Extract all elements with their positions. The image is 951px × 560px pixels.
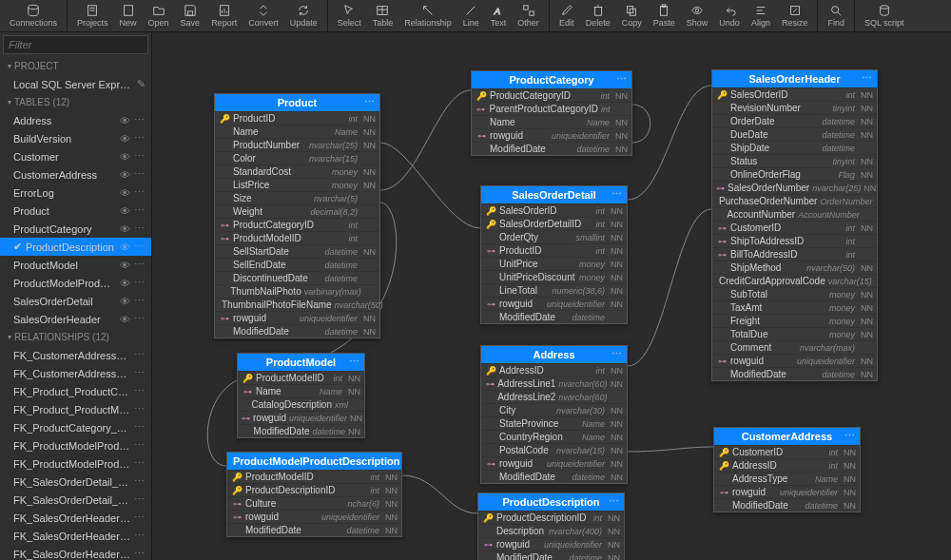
entity-column[interactable]: ⊶Culturenchar(6)NN	[227, 496, 401, 510]
entity-column[interactable]: Commentnvarchar(max)	[712, 340, 877, 354]
entity-column[interactable]: 🔑SalesOrderIDintNN	[481, 203, 627, 217]
entity-column[interactable]: ModifiedDatedatetimeNN	[472, 142, 631, 155]
entity-column[interactable]: CatalogDescriptionxml	[238, 397, 364, 411]
entity-header[interactable]: SalesOrderDetail⋯	[481, 186, 627, 203]
entity-column[interactable]: ModifiedDatedatetimeNN	[227, 523, 401, 536]
projects-button[interactable]: Projects	[71, 0, 114, 31]
relationship-button[interactable]: Relationship	[398, 0, 457, 31]
visibility-icon[interactable]: 👁	[120, 169, 130, 181]
more-icon[interactable]: ⋯	[134, 493, 146, 506]
entity-salesorderdetail[interactable]: SalesOrderDetail⋯🔑SalesOrderIDintNN🔑Sale…	[480, 185, 628, 324]
new-button[interactable]: New	[114, 0, 143, 31]
report-button[interactable]: Report	[205, 0, 243, 31]
entity-column[interactable]: 🔑SalesOrderIDintNN	[712, 87, 877, 101]
entity-pmpd[interactable]: ProductModelProductDescription⋯🔑ProductM…	[226, 452, 402, 537]
line-button[interactable]: Line	[457, 0, 485, 31]
entity-column[interactable]: RevisionNumbertinyintNN	[712, 101, 877, 114]
tree-table-item[interactable]: SalesOrderHeader👁⋯	[0, 310, 151, 328]
delete-button[interactable]: Delete	[580, 0, 616, 31]
tree-relationship-item[interactable]: FK_SalesOrderDetail_Prod⋯	[0, 473, 151, 491]
entity-column[interactable]: ListPricemoneyNN	[215, 178, 379, 191]
entity-column[interactable]: ThumbnailPhotoFileNamenvarchar(50)	[215, 298, 379, 311]
visibility-icon[interactable]: 👁	[120, 151, 130, 163]
entity-column[interactable]: PurchaseOrderNumberOrderNumber	[712, 194, 877, 207]
entity-options-icon[interactable]: ⋯	[616, 73, 628, 86]
connections-button[interactable]: Connections	[4, 0, 63, 31]
entity-column[interactable]: ModifiedDatedatetimeNN	[481, 470, 627, 483]
visibility-icon[interactable]: 👁	[120, 133, 130, 145]
entity-header[interactable]: ProductDescription⋯	[478, 493, 624, 511]
entity-column[interactable]: Descriptionnvarchar(400)NN	[478, 524, 624, 537]
tree-relationship-item[interactable]: FK_SalesOrderDetail_Sales⋯	[0, 491, 151, 509]
visibility-icon[interactable]: 👁	[120, 296, 130, 307]
tree-section-tables[interactable]: TABLES (12)	[0, 93, 151, 111]
entity-column[interactable]: ModifiedDatedatetimeNN	[714, 498, 860, 512]
more-icon[interactable]: ⋯	[134, 168, 146, 181]
find-button[interactable]: Find	[822, 0, 850, 31]
more-icon[interactable]: ⋯	[134, 114, 146, 126]
entity-column[interactable]: ⊶SalesOrderNumbernvarchar(25)NN	[712, 181, 877, 194]
resize-button[interactable]: Resize	[776, 0, 814, 31]
copy-button[interactable]: Copy	[616, 0, 648, 31]
entity-column[interactable]: ⊶rowguiduniqueidentifierNN	[215, 311, 379, 324]
edit-icon[interactable]: ✎	[137, 78, 146, 90]
entity-header[interactable]: ProductModelProductDescription⋯	[227, 453, 401, 470]
entity-column[interactable]: StatustinyintNN	[712, 154, 877, 167]
entity-options-icon[interactable]: ⋯	[862, 72, 873, 85]
entity-column[interactable]: ⊶rowguiduniqueidentifierNN	[227, 510, 401, 523]
entity-column[interactable]: ⊶rowguiduniqueidentifierNN	[478, 537, 624, 550]
entity-column[interactable]: 🔑ProductModelIDintNN	[238, 371, 364, 384]
entity-header[interactable]: CustomerAddress⋯	[714, 428, 860, 445]
tree-table-item[interactable]: ✔ProductDescription👁⋯	[0, 238, 151, 256]
tree-relationship-item[interactable]: FK_Product_ProductCateg⋯	[0, 382, 151, 400]
entity-column[interactable]: ⊶BillToAddressIDint	[712, 247, 877, 261]
tree-table-item[interactable]: BuildVersion👁⋯	[0, 129, 151, 147]
entity-column[interactable]: ModifiedDatedatetimeNN	[478, 550, 624, 560]
entity-column[interactable]: AccountNumberAccountNumber	[712, 207, 877, 221]
tree-relationship-item[interactable]: FK_Product_ProductModel⋯	[0, 400, 151, 418]
open-button[interactable]: Open	[143, 0, 175, 31]
more-icon[interactable]: ⋯	[134, 132, 146, 145]
entity-column[interactable]: ⊶CustomerIDintNN	[712, 221, 877, 234]
entity-column[interactable]: StateProvinceNameNN	[481, 416, 627, 430]
entity-column[interactable]: Citynvarchar(30)NN	[481, 403, 627, 416]
entity-column[interactable]: Sizenvarchar(5)	[215, 191, 379, 204]
tree-section-project[interactable]: PROJECT	[0, 57, 151, 75]
entity-column[interactable]: 🔑ProductCategoryIDintNN	[472, 88, 631, 102]
diagram-canvas[interactable]: Product⋯🔑ProductIDintNNNameNameNNProduct…	[152, 32, 951, 560]
relationship-line[interactable]	[628, 209, 711, 366]
entity-column[interactable]: Colornvarchar(15)	[215, 151, 379, 164]
visibility-icon[interactable]: 👁	[120, 278, 130, 289]
entity-column[interactable]: StandardCostmoneyNN	[215, 164, 379, 178]
entity-options-icon[interactable]: ⋯	[609, 495, 620, 508]
entity-column[interactable]: ModifiedDatedatetimeNN	[712, 367, 877, 380]
entity-column[interactable]: CountryRegionNameNN	[481, 430, 627, 443]
visibility-icon[interactable]: 👁	[120, 260, 130, 271]
tree-section-relationships[interactable]: RELATIONSHIPS (12)	[0, 328, 151, 346]
entity-column[interactable]: TotalDuemoneyNN	[712, 327, 877, 340]
tree-table-item[interactable]: Product👁⋯	[0, 202, 151, 220]
entity-column[interactable]: OrderDatedatetimeNN	[712, 114, 877, 127]
entity-column[interactable]: ⊶rowguiduniqueidentifierNN	[712, 354, 877, 367]
entity-column[interactable]: ⊶ProductIDintNN	[481, 243, 627, 257]
entity-column[interactable]: DiscontinuedDatedatetime	[215, 271, 379, 284]
entity-address[interactable]: Address⋯🔑AddressIDintNN⊶AddressLine1nvar…	[480, 345, 628, 484]
entity-column[interactable]: ThumbNailPhotovarbinary(max)	[215, 284, 379, 298]
entity-column[interactable]: ModifiedDatedatetime	[481, 310, 627, 323]
entity-column[interactable]: SellEndDatedatetime	[215, 258, 379, 271]
entity-column[interactable]: SellStartDatedatetimeNN	[215, 244, 379, 258]
entity-column[interactable]: ⊶rowguiduniqueidentifierNN	[481, 456, 627, 470]
entity-column[interactable]: SubTotalmoneyNN	[712, 287, 877, 300]
visibility-icon[interactable]: 👁	[120, 205, 130, 217]
entity-customeraddress[interactable]: CustomerAddress⋯🔑CustomerIDintNN🔑Address…	[713, 427, 861, 512]
visibility-icon[interactable]: 👁	[120, 241, 130, 253]
entity-column[interactable]: DueDatedatetimeNN	[712, 127, 877, 141]
more-icon[interactable]: ⋯	[134, 204, 146, 217]
entity-options-icon[interactable]: ⋯	[386, 454, 398, 467]
tree-table-item[interactable]: ErrorLog👁⋯	[0, 183, 151, 202]
entity-column[interactable]: ⊶ShipToAddressIDint	[712, 234, 877, 247]
entity-column[interactable]: ⊶rowguiduniqueidentifierNN	[714, 485, 860, 498]
more-icon[interactable]: ⋯	[134, 475, 146, 488]
tree-table-item[interactable]: SalesOrderDetail👁⋯	[0, 292, 151, 310]
visibility-icon[interactable]: 👁	[120, 223, 130, 235]
